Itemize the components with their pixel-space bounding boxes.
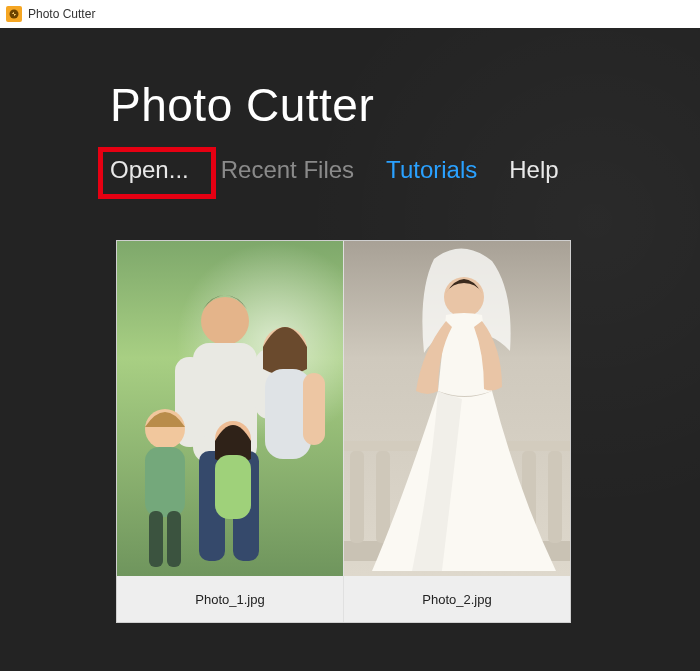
nav-help[interactable]: Help	[509, 156, 558, 184]
svg-rect-9	[303, 373, 325, 445]
app-icon	[6, 6, 22, 22]
svg-rect-19	[376, 451, 390, 543]
svg-rect-12	[149, 511, 163, 567]
thumbnail-item[interactable]: Photo_1.jpg	[117, 241, 343, 622]
main-nav: Open... Recent Files Tutorials Help	[110, 156, 559, 184]
svg-rect-13	[167, 511, 181, 567]
svg-rect-15	[215, 455, 251, 519]
title-bar: Photo Cutter	[0, 0, 700, 28]
thumbnail-caption: Photo_2.jpg	[344, 576, 570, 622]
thumbnail-caption: Photo_1.jpg	[117, 576, 343, 622]
window-title: Photo Cutter	[28, 7, 95, 21]
svg-point-0	[10, 10, 19, 19]
svg-point-1	[201, 297, 249, 345]
nav-recent[interactable]: Recent Files	[221, 156, 354, 184]
thumbnail-image	[117, 241, 343, 576]
svg-rect-21	[548, 451, 562, 543]
page-title: Photo Cutter	[110, 78, 374, 132]
nav-open[interactable]: Open...	[110, 156, 189, 184]
svg-rect-18	[350, 451, 364, 543]
nav-tutorials[interactable]: Tutorials	[386, 156, 477, 184]
svg-rect-11	[145, 447, 185, 517]
recent-gallery: Photo_1.jpg	[116, 240, 571, 623]
thumbnail-item[interactable]: Photo_2.jpg	[343, 241, 570, 622]
thumbnail-image	[344, 241, 570, 576]
client-area: Photo Cutter Open... Recent Files Tutori…	[0, 28, 700, 671]
app-window: Photo Cutter Photo Cutter Open... Recent…	[0, 0, 700, 671]
